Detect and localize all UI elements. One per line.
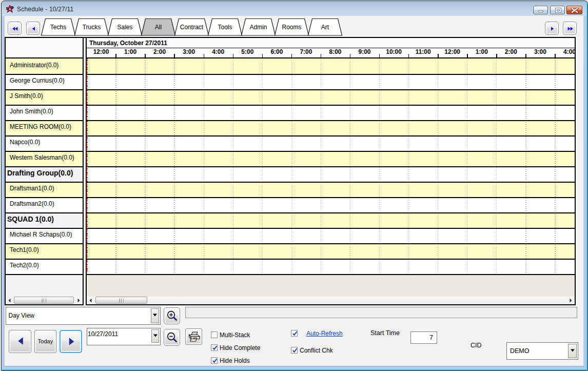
svg-text:Tools: Tools <box>218 24 232 31</box>
svg-text:Art: Art <box>321 24 329 31</box>
svg-text:Trucks: Trucks <box>83 24 101 31</box>
svg-text:Sales: Sales <box>117 24 132 31</box>
svg-text:Rooms: Rooms <box>282 24 301 31</box>
svg-text:All: All <box>155 24 162 31</box>
svg-text:Techs: Techs <box>50 24 66 31</box>
svg-text:Admin: Admin <box>249 24 267 31</box>
svg-text:Contract: Contract <box>180 24 204 31</box>
